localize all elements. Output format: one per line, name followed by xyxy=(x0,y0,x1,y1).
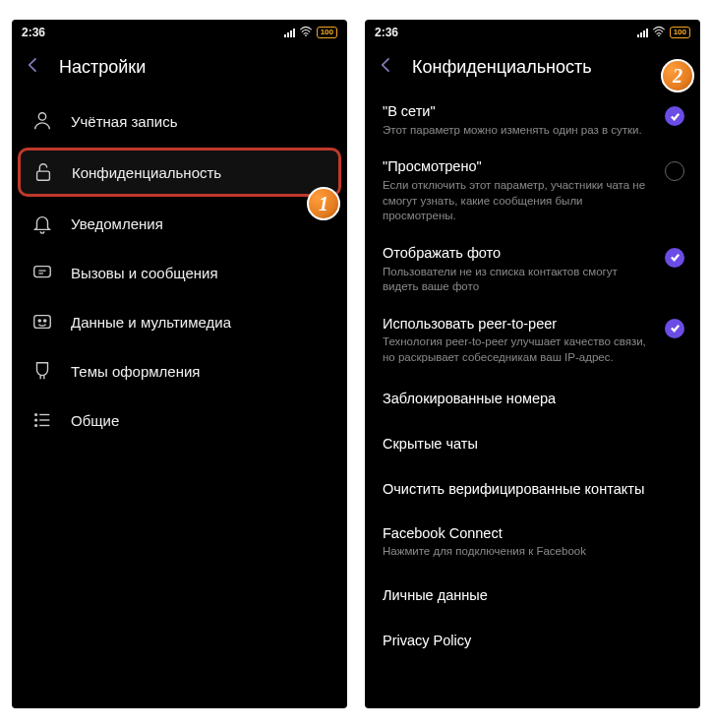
priv-desc: Пользователи не из списка контактов смог… xyxy=(383,265,655,295)
priv-title: "Просмотрено" xyxy=(383,157,655,176)
svg-rect-2 xyxy=(37,171,50,180)
settings-item-themes[interactable]: Темы оформления xyxy=(12,346,347,395)
status-bar: 2:36 100 xyxy=(12,20,347,45)
privacy-list[interactable]: "В сети" Этот параметр можно изменять од… xyxy=(365,89,700,708)
svg-point-8 xyxy=(35,419,37,421)
svg-point-0 xyxy=(305,34,307,36)
privacy-link-clear-verified[interactable]: Очистить верифицированные контакты xyxy=(365,466,700,512)
svg-point-9 xyxy=(35,425,37,427)
settings-item-label: Вызовы и сообщения xyxy=(71,265,218,281)
wifi-icon xyxy=(652,26,666,40)
priv-title: Заблокированные номера xyxy=(383,391,556,406)
step-badge-1: 1 xyxy=(307,187,340,220)
privacy-toggle-online[interactable]: "В сети" Этот параметр можно изменять од… xyxy=(365,92,700,148)
priv-title: Privacy Policy xyxy=(383,633,471,648)
lock-icon xyxy=(32,161,54,183)
checkbox-icon[interactable] xyxy=(665,106,684,126)
priv-desc: Технология peer-to-peer улучшает качеств… xyxy=(383,334,655,365)
status-bar: 2:36 100 xyxy=(365,20,700,45)
settings-item-media[interactable]: Данные и мультимедиа xyxy=(12,297,347,346)
privacy-link-blocked[interactable]: Заблокированные номера xyxy=(365,376,700,421)
priv-title: Facebook Connect xyxy=(383,524,684,543)
status-time: 2:36 xyxy=(375,26,637,39)
media-icon xyxy=(31,311,53,333)
checkbox-icon[interactable] xyxy=(665,161,684,181)
battery-icon: 100 xyxy=(317,27,337,38)
priv-title: Личные данные xyxy=(383,587,488,603)
toolbar: Настройки xyxy=(12,45,347,89)
priv-desc: Нажмите для подключения к Facebook xyxy=(383,544,684,560)
settings-item-privacy[interactable]: Конфиденциальность xyxy=(18,148,341,197)
signal-icon xyxy=(284,28,295,37)
svg-point-1 xyxy=(38,113,45,120)
page-title: Настройки xyxy=(59,57,146,78)
svg-rect-3 xyxy=(34,267,51,277)
svg-point-6 xyxy=(44,320,46,322)
list-icon xyxy=(31,409,53,431)
settings-item-label: Конфиденциальность xyxy=(72,164,221,181)
privacy-toggle-seen[interactable]: "Просмотрено" Если отключить этот параме… xyxy=(365,148,700,233)
settings-item-label: Учётная запись xyxy=(71,113,178,130)
brush-icon xyxy=(31,360,53,382)
priv-title: Очистить верифицированные контакты xyxy=(383,481,644,497)
priv-title: "В сети" xyxy=(383,102,655,121)
settings-list: Учётная запись Конфиденциальность Уведом… xyxy=(12,89,347,453)
priv-desc: Если отключить этот параметр, участники … xyxy=(383,178,655,224)
settings-item-label: Темы оформления xyxy=(71,363,200,380)
back-icon[interactable] xyxy=(377,55,396,79)
privacy-link-facebook[interactable]: Facebook Connect Нажмите для подключения… xyxy=(365,512,700,573)
settings-item-calls[interactable]: Вызовы и сообщения xyxy=(12,248,347,297)
settings-item-label: Общие xyxy=(71,412,119,429)
priv-title: Использовать peer-to-peer xyxy=(383,315,655,334)
wifi-icon xyxy=(299,26,313,40)
phone-settings: 2:36 100 Настройки Учётная запись Конфид… xyxy=(12,20,347,708)
step-badge-2: 2 xyxy=(661,59,694,92)
page-title: Конфиденциальность xyxy=(412,57,592,78)
priv-desc: Этот параметр можно изменять один раз в … xyxy=(383,123,655,139)
battery-icon: 100 xyxy=(670,27,690,38)
privacy-toggle-photo[interactable]: Отображать фото Пользователи не из списк… xyxy=(365,234,700,305)
privacy-link-policy[interactable]: Privacy Policy xyxy=(365,618,700,663)
settings-item-general[interactable]: Общие xyxy=(12,395,347,445)
settings-item-label: Уведомления xyxy=(71,215,163,232)
priv-title: Скрытые чаты xyxy=(383,436,478,452)
toolbar: Конфиденциальность xyxy=(365,45,700,89)
checkbox-icon[interactable] xyxy=(665,248,684,268)
chat-icon xyxy=(31,262,53,283)
svg-point-7 xyxy=(35,414,37,416)
settings-item-label: Данные и мультимедиа xyxy=(71,314,231,331)
back-icon[interactable] xyxy=(24,55,43,79)
privacy-toggle-p2p[interactable]: Использовать peer-to-peer Технология pee… xyxy=(365,305,700,376)
svg-point-10 xyxy=(658,34,660,36)
status-time: 2:36 xyxy=(22,26,284,39)
privacy-link-hidden[interactable]: Скрытые чаты xyxy=(365,421,700,466)
checkbox-icon[interactable] xyxy=(665,319,684,338)
settings-item-account[interactable]: Учётная запись xyxy=(12,96,347,146)
settings-item-notifications[interactable]: Уведомления xyxy=(12,199,347,248)
privacy-link-personal[interactable]: Личные данные xyxy=(365,573,700,618)
person-icon xyxy=(31,110,53,132)
priv-title: Отображать фото xyxy=(383,244,655,263)
svg-point-5 xyxy=(38,320,40,322)
bell-icon xyxy=(31,212,53,234)
signal-icon xyxy=(637,28,648,37)
phone-privacy: 2:36 100 Конфиденциальность "В сети" Это… xyxy=(365,20,700,708)
